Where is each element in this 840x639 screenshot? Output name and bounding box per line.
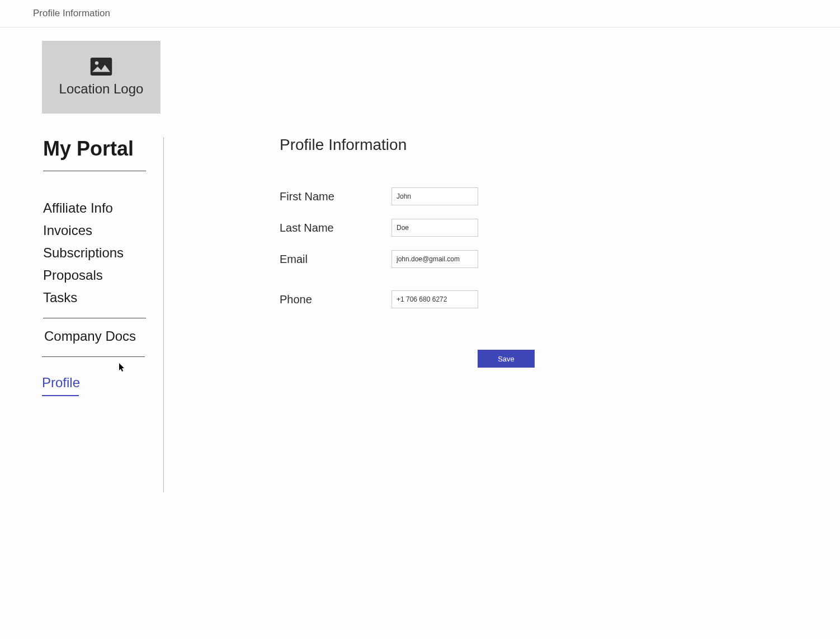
sidebar-item-tasks[interactable]: Tasks <box>43 290 158 306</box>
form-row-last-name: Last Name <box>280 219 535 237</box>
phone-field[interactable] <box>391 290 478 308</box>
divider <box>43 318 146 318</box>
divider <box>42 356 145 357</box>
phone-label: Phone <box>280 293 391 306</box>
sidebar-item-label: Profile <box>42 375 80 390</box>
sidebar-item-proposals[interactable]: Proposals <box>43 267 158 283</box>
main-content: Profile Information First Name Last Name… <box>164 41 535 492</box>
breadcrumb: Profile Information <box>0 0 840 27</box>
svg-rect-0 <box>91 58 112 76</box>
email-label: Email <box>280 253 391 266</box>
sidebar-item-profile[interactable]: Profile <box>42 375 80 396</box>
logo-text: Location Logo <box>59 81 144 97</box>
first-name-label: First Name <box>280 190 391 203</box>
save-button[interactable]: Save <box>478 350 535 368</box>
location-logo: Location Logo <box>42 41 161 114</box>
form-row-email: Email <box>280 250 535 268</box>
sidebar: My Portal Affiliate Info Invoices Subscr… <box>42 137 164 492</box>
email-field[interactable] <box>391 250 478 268</box>
last-name-field[interactable] <box>391 219 478 237</box>
sidebar-item-subscriptions[interactable]: Subscriptions <box>43 245 158 261</box>
first-name-field[interactable] <box>391 187 478 205</box>
svg-point-1 <box>95 61 98 64</box>
active-underline <box>42 395 79 396</box>
page-title: Profile Information <box>280 136 535 154</box>
form-row-first-name: First Name <box>280 187 535 205</box>
sidebar-item-company-docs[interactable]: Company Docs <box>42 328 158 344</box>
portal-title: My Portal <box>42 137 158 161</box>
last-name-label: Last Name <box>280 222 391 234</box>
form-row-phone: Phone <box>280 290 535 308</box>
sidebar-item-affiliate-info[interactable]: Affiliate Info <box>43 200 158 216</box>
sidebar-item-invoices[interactable]: Invoices <box>43 223 158 238</box>
image-icon <box>90 58 112 76</box>
